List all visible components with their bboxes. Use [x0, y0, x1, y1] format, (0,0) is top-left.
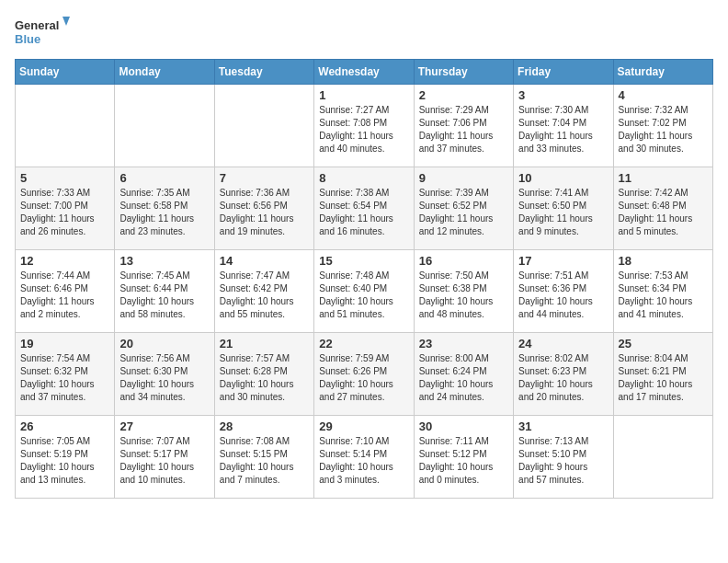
day-info: Sunrise: 7:27 AM Sunset: 7:08 PM Dayligh… [319, 104, 408, 155]
calendar-cell: 31Sunrise: 7:13 AM Sunset: 5:10 PM Dayli… [514, 416, 613, 499]
day-number: 31 [518, 419, 608, 433]
day-number: 17 [518, 254, 608, 268]
day-info: Sunrise: 7:41 AM Sunset: 6:50 PM Dayligh… [518, 187, 608, 238]
calendar-cell: 9Sunrise: 7:39 AM Sunset: 6:52 PM Daylig… [414, 167, 513, 250]
day-info: Sunrise: 7:08 AM Sunset: 5:15 PM Dayligh… [220, 435, 309, 487]
day-info: Sunrise: 8:00 AM Sunset: 6:24 PM Dayligh… [419, 352, 508, 404]
day-info: Sunrise: 7:44 AM Sunset: 6:46 PM Dayligh… [20, 270, 109, 321]
calendar-cell: 18Sunrise: 7:53 AM Sunset: 6:34 PM Dayli… [613, 250, 712, 333]
svg-text:General: General [15, 18, 59, 32]
weekday-header-friday: Friday [514, 60, 613, 85]
day-info: Sunrise: 7:36 AM Sunset: 6:56 PM Dayligh… [220, 187, 309, 238]
day-number: 10 [518, 171, 608, 185]
day-info: Sunrise: 7:51 AM Sunset: 6:36 PM Dayligh… [518, 270, 608, 321]
calendar-cell: 2Sunrise: 7:29 AM Sunset: 7:06 PM Daylig… [414, 85, 513, 167]
day-number: 11 [619, 171, 708, 185]
day-number: 5 [20, 171, 109, 185]
day-number: 3 [518, 88, 608, 102]
calendar-cell: 22Sunrise: 7:59 AM Sunset: 6:26 PM Dayli… [314, 333, 414, 416]
weekday-header-saturday: Saturday [613, 60, 712, 85]
day-number: 4 [619, 88, 708, 102]
day-number: 7 [220, 171, 309, 185]
calendar-cell [613, 416, 712, 499]
day-info: Sunrise: 7:53 AM Sunset: 6:34 PM Dayligh… [619, 270, 708, 321]
calendar-cell: 29Sunrise: 7:10 AM Sunset: 5:14 PM Dayli… [314, 416, 414, 499]
day-number: 15 [319, 254, 408, 268]
calendar-cell: 26Sunrise: 7:05 AM Sunset: 5:19 PM Dayli… [16, 416, 115, 499]
svg-marker-2 [63, 17, 70, 26]
calendar-cell: 5Sunrise: 7:33 AM Sunset: 7:00 PM Daylig… [16, 167, 115, 250]
day-number: 9 [419, 171, 508, 185]
calendar-cell: 11Sunrise: 7:42 AM Sunset: 6:48 PM Dayli… [613, 167, 712, 250]
day-info: Sunrise: 7:59 AM Sunset: 6:26 PM Dayligh… [319, 352, 408, 404]
calendar-cell: 20Sunrise: 7:56 AM Sunset: 6:30 PM Dayli… [115, 333, 214, 416]
day-info: Sunrise: 8:02 AM Sunset: 6:23 PM Dayligh… [518, 352, 608, 404]
page-header: General Blue [15, 15, 713, 48]
calendar-cell: 1Sunrise: 7:27 AM Sunset: 7:08 PM Daylig… [314, 85, 414, 167]
day-info: Sunrise: 7:07 AM Sunset: 5:17 PM Dayligh… [119, 435, 209, 487]
day-number: 1 [319, 88, 408, 102]
weekday-header-sunday: Sunday [16, 60, 115, 85]
weekday-header-thursday: Thursday [414, 60, 513, 85]
day-info: Sunrise: 7:54 AM Sunset: 6:32 PM Dayligh… [20, 352, 109, 404]
day-number: 25 [619, 337, 708, 350]
day-info: Sunrise: 7:42 AM Sunset: 6:48 PM Dayligh… [619, 187, 708, 238]
calendar-cell: 10Sunrise: 7:41 AM Sunset: 6:50 PM Dayli… [514, 167, 613, 250]
calendar-cell: 19Sunrise: 7:54 AM Sunset: 6:32 PM Dayli… [16, 333, 115, 416]
day-number: 8 [319, 171, 408, 185]
calendar-cell: 27Sunrise: 7:07 AM Sunset: 5:17 PM Dayli… [115, 416, 214, 499]
logo-svg: General Blue [15, 15, 70, 48]
calendar-cell: 28Sunrise: 7:08 AM Sunset: 5:15 PM Dayli… [214, 416, 313, 499]
weekday-header-monday: Monday [115, 60, 214, 85]
day-info: Sunrise: 7:57 AM Sunset: 6:28 PM Dayligh… [220, 352, 309, 404]
day-info: Sunrise: 7:32 AM Sunset: 7:02 PM Dayligh… [619, 104, 708, 155]
day-info: Sunrise: 7:05 AM Sunset: 5:19 PM Dayligh… [20, 435, 109, 487]
day-number: 19 [20, 337, 109, 350]
calendar-cell [16, 85, 115, 167]
calendar-table: SundayMondayTuesdayWednesdayThursdayFrid… [15, 59, 713, 499]
day-info: Sunrise: 7:29 AM Sunset: 7:06 PM Dayligh… [419, 104, 508, 155]
day-info: Sunrise: 7:47 AM Sunset: 6:42 PM Dayligh… [220, 270, 309, 321]
day-number: 14 [220, 254, 309, 268]
day-info: Sunrise: 7:30 AM Sunset: 7:04 PM Dayligh… [518, 104, 608, 155]
day-info: Sunrise: 8:04 AM Sunset: 6:21 PM Dayligh… [619, 352, 708, 404]
day-number: 28 [220, 419, 309, 433]
calendar-cell: 4Sunrise: 7:32 AM Sunset: 7:02 PM Daylig… [613, 85, 712, 167]
day-number: 22 [319, 337, 408, 350]
day-info: Sunrise: 7:56 AM Sunset: 6:30 PM Dayligh… [119, 352, 209, 404]
weekday-header-tuesday: Tuesday [214, 60, 313, 85]
day-number: 24 [518, 337, 608, 350]
calendar-cell: 25Sunrise: 8:04 AM Sunset: 6:21 PM Dayli… [613, 333, 712, 416]
calendar-cell [115, 85, 214, 167]
day-info: Sunrise: 7:33 AM Sunset: 7:00 PM Dayligh… [20, 187, 109, 238]
day-info: Sunrise: 7:11 AM Sunset: 5:12 PM Dayligh… [419, 435, 508, 487]
calendar-cell [214, 85, 313, 167]
calendar-cell: 21Sunrise: 7:57 AM Sunset: 6:28 PM Dayli… [214, 333, 313, 416]
day-number: 20 [119, 337, 209, 350]
calendar-cell: 30Sunrise: 7:11 AM Sunset: 5:12 PM Dayli… [414, 416, 513, 499]
day-number: 21 [220, 337, 309, 350]
day-info: Sunrise: 7:10 AM Sunset: 5:14 PM Dayligh… [319, 435, 408, 487]
calendar-cell: 23Sunrise: 8:00 AM Sunset: 6:24 PM Dayli… [414, 333, 513, 416]
day-number: 18 [619, 254, 708, 268]
day-number: 12 [20, 254, 109, 268]
weekday-header-wednesday: Wednesday [314, 60, 414, 85]
calendar-cell: 7Sunrise: 7:36 AM Sunset: 6:56 PM Daylig… [214, 167, 313, 250]
day-number: 26 [20, 419, 109, 433]
day-number: 2 [419, 88, 508, 102]
calendar-cell: 14Sunrise: 7:47 AM Sunset: 6:42 PM Dayli… [214, 250, 313, 333]
day-info: Sunrise: 7:13 AM Sunset: 5:10 PM Dayligh… [518, 435, 608, 487]
day-number: 29 [319, 419, 408, 433]
calendar-cell: 6Sunrise: 7:35 AM Sunset: 6:58 PM Daylig… [115, 167, 214, 250]
calendar-cell: 12Sunrise: 7:44 AM Sunset: 6:46 PM Dayli… [16, 250, 115, 333]
day-number: 30 [419, 419, 508, 433]
calendar-cell: 13Sunrise: 7:45 AM Sunset: 6:44 PM Dayli… [115, 250, 214, 333]
day-info: Sunrise: 7:35 AM Sunset: 6:58 PM Dayligh… [119, 187, 209, 238]
day-number: 6 [119, 171, 209, 185]
day-number: 23 [419, 337, 508, 350]
day-number: 27 [119, 419, 209, 433]
calendar-cell: 3Sunrise: 7:30 AM Sunset: 7:04 PM Daylig… [514, 85, 613, 167]
day-info: Sunrise: 7:50 AM Sunset: 6:38 PM Dayligh… [419, 270, 508, 321]
calendar-cell: 16Sunrise: 7:50 AM Sunset: 6:38 PM Dayli… [414, 250, 513, 333]
calendar-cell: 24Sunrise: 8:02 AM Sunset: 6:23 PM Dayli… [514, 333, 613, 416]
